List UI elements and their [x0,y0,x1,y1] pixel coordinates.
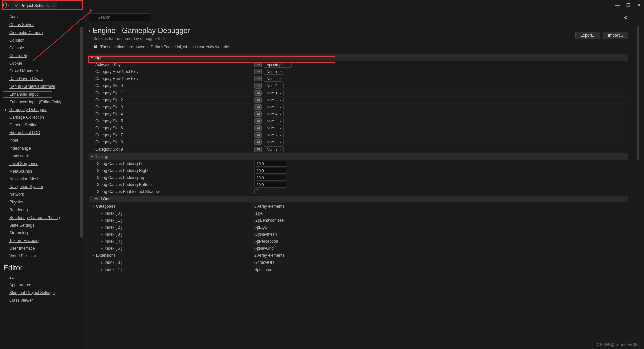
sidebar-item-rendering[interactable]: Rendering [0,206,83,214]
sidebar-item-network[interactable]: Network [0,191,83,198]
keyboard-icon[interactable]: ⌨ [254,83,262,89]
sidebar-item-collision[interactable]: Collision [0,37,83,44]
number-input[interactable] [254,168,286,174]
import-button[interactable]: Import... [603,32,628,39]
sidebar-item-hierarchical-lod[interactable]: Hierarchical LOD [0,129,83,137]
keyboard-icon[interactable]: ⌨ [254,62,262,67]
sidebar-item-rendering-overrides-local-[interactable]: Rendering Overrides (Local) [0,214,83,222]
key-dropdown[interactable]: Num 3 [264,104,284,110]
expand-arrow-icon[interactable]: ▶ [101,226,103,229]
key-dropdown[interactable]: Num 4 [264,111,284,117]
sidebar-item-texture-encoding[interactable]: Texture Encoding [0,237,83,245]
sidebar-item-console[interactable]: Console [0,44,83,52]
sidebar-item-enhanced-input-editor-only-[interactable]: Enhanced Input (Editor Only) [0,98,83,106]
keyboard-icon[interactable]: ⌨ [254,97,262,103]
sidebar-item-cooker[interactable]: Cooker [0,60,83,67]
tab-close-icon[interactable]: × [53,3,55,8]
property-value: [1]:AI [254,211,264,216]
sidebar-item-2d[interactable]: 2D [0,274,83,281]
sidebar-item-physics[interactable]: Physics [0,198,83,206]
key-dropdown[interactable]: Num 5 [264,118,284,124]
number-input[interactable] [254,161,286,167]
export-button[interactable]: Export... [575,32,600,39]
sidebar-item-slate-settings[interactable]: Slate Settings [0,222,83,229]
key-dropdown[interactable]: Num 0 [264,83,284,89]
sidebar-item-crowd-manager[interactable]: Crowd Manager [0,67,83,75]
sidebar-item-appearance[interactable]: Appearance [0,281,83,289]
expand-arrow-icon[interactable]: ▶ [101,261,103,264]
extension-item-0: ▶Index [ 0 ]GameHUD [89,259,628,266]
key-dropdown[interactable]: Num 9 [264,146,284,152]
keyboard-icon[interactable]: ⌨ [254,147,262,152]
sidebar-item-cinematic-camera[interactable]: Cinematic Camera [0,29,83,37]
sidebar-item-level-sequence[interactable]: Level Sequence [0,160,83,168]
chevron-down-icon[interactable]: ▾ [93,254,94,257]
search-input[interactable] [89,13,151,21]
sidebar-item-metasounds[interactable]: MetaSounds [0,168,83,175]
section-addons[interactable]: ▾Add Ons [89,196,628,202]
sidebar-item-audio[interactable]: Audio [0,13,83,21]
keyboard-icon[interactable]: ⌨ [254,139,262,145]
number-input[interactable] [254,175,286,181]
sidebar-item-user-interface[interactable]: User Interface [0,245,83,252]
property-value: [0]:Navmesh [254,232,277,237]
sidebar-item-debug-camera-controller[interactable]: Debug Camera Controller [0,83,83,91]
restore-button[interactable]: ❐ [626,3,631,8]
sidebar-item-control-rig[interactable]: Control Rig [0,52,83,60]
sidebar-item-world-partition[interactable]: World Partition [0,252,83,260]
keyboard-icon[interactable]: ⌨ [254,111,262,117]
sidebar-item-streaming[interactable]: Streaming [0,229,83,237]
key-dropdown[interactable]: Num - [264,76,283,82]
key-dropdown[interactable]: Num 6 [264,125,284,131]
sidebar-item-gameplay-debugger[interactable]: Gameplay Debugger [0,106,83,114]
tab-project-settings[interactable]: Project Settings × [11,1,57,10]
key-dropdown[interactable]: Num 1 [264,90,284,96]
sidebar-item-garbage-collection[interactable]: Garbage Collection [0,114,83,121]
property-label: Category Row Prev Key [89,76,253,81]
number-input[interactable] [254,182,286,188]
chevron-down-icon[interactable]: ▾ [93,205,94,208]
key-dropdown[interactable]: Apostrophe [264,62,292,68]
keyboard-icon[interactable]: ⌨ [254,104,262,110]
sidebar-item-navigation-system[interactable]: Navigation System [0,183,83,191]
expand-arrow-icon[interactable]: ▶ [101,268,103,271]
sidebar-item-blueprint-project-settings[interactable]: Blueprint Project Settings [0,289,83,297]
sidebar-item-input[interactable]: Input [0,137,83,144]
key-dropdown[interactable]: Num 2 [264,97,284,103]
close-button[interactable]: ✕ [637,3,641,8]
sidebar-item-data-driven-cvars[interactable]: Data Driven CVars [0,75,83,83]
keyboard-icon[interactable]: ⌨ [254,90,262,96]
section-input[interactable]: ▾Input [89,54,628,61]
expand-arrow-icon[interactable]: ▶ [101,247,103,250]
key-dropdown[interactable]: Num 8 [264,139,284,145]
collapse-arrow-icon[interactable]: ▾ [89,28,91,33]
expand-arrow-icon[interactable]: ▶ [101,212,103,215]
keyboard-icon[interactable]: ⌨ [254,132,262,138]
sidebar-item-general-settings[interactable]: General Settings [0,121,83,129]
expand-arrow-icon[interactable]: ▶ [101,240,103,243]
input-row-0: Activation Key⌨Apostrophe [89,61,628,68]
checkbox[interactable] [254,189,259,194]
gear-icon[interactable]: ⚙ [624,15,628,20]
property-label: ▾Categories [89,204,253,209]
sidebar-item-navigation-mesh[interactable]: Navigation Mesh [0,175,83,183]
chevron-down-icon: ▾ [91,198,93,201]
sidebar-item-landscape[interactable]: Landscape [0,152,83,160]
expand-arrow-icon[interactable]: ▶ [101,233,103,236]
display-row-2: Debug Canvas Padding Top [89,174,628,181]
expand-arrow-icon[interactable]: ▶ [101,219,103,222]
minimize-button[interactable]: — [615,3,620,8]
key-dropdown[interactable]: Num 7 [264,132,284,138]
section-display[interactable]: ▾Display [89,153,628,160]
keyboard-icon[interactable]: ⌨ [254,118,262,124]
sidebar-scrollbar[interactable] [80,27,83,238]
keyboard-icon[interactable]: ⌨ [254,69,262,74]
sidebar-item-chaos-solver[interactable]: Chaos Solver [0,21,83,29]
sidebar-item-enhanced-input[interactable]: Enhanced Input [0,91,83,98]
sidebar-item-class-viewer[interactable]: Class Viewer [0,297,83,304]
keyboard-icon[interactable]: ⌨ [254,76,262,81]
keyboard-icon[interactable]: ⌨ [254,125,262,131]
property-label: Category Slot 0 [89,83,253,88]
key-dropdown[interactable]: Num + [264,69,284,75]
sidebar-item-interchange[interactable]: Interchange [0,144,83,152]
